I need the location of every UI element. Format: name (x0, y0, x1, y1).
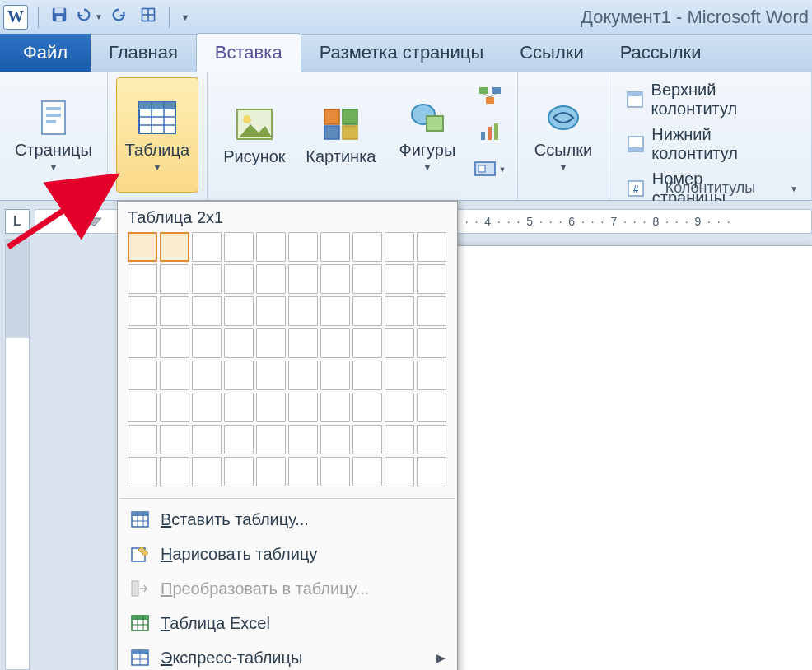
table-grid-cell[interactable] (352, 264, 382, 294)
table-grid-cell[interactable] (256, 425, 286, 454)
table-grid-cell[interactable] (192, 328, 222, 358)
table-button[interactable]: Таблица ▼ (116, 77, 198, 193)
quick-tables-item[interactable]: Экспресс-таблицы ▶ (118, 640, 457, 670)
table-grid-cell[interactable] (320, 393, 350, 422)
table-grid-cell[interactable] (256, 232, 286, 262)
table-grid-cell[interactable] (192, 296, 222, 326)
table-grid-cell[interactable] (352, 296, 382, 326)
word-app-icon[interactable]: W (3, 5, 28, 30)
table-grid-cell[interactable] (385, 328, 414, 358)
table-grid-cell[interactable] (128, 457, 157, 486)
header-button[interactable]: Верхний колонтитул (621, 77, 803, 122)
table-grid-cell[interactable] (385, 361, 414, 390)
table-grid-cell[interactable] (352, 393, 382, 422)
table-grid-cell[interactable] (417, 296, 446, 326)
table-grid-cell[interactable] (192, 361, 222, 390)
table-grid-cell[interactable] (352, 361, 382, 390)
undo-button[interactable]: ▼ (77, 5, 101, 30)
table-grid-cell[interactable] (224, 393, 254, 422)
table-grid-cell[interactable] (288, 457, 318, 486)
footer-button[interactable]: Нижний колонтитул (621, 122, 803, 166)
table-grid-cell[interactable] (320, 425, 350, 454)
table-grid-cell[interactable] (385, 425, 414, 454)
table-grid-cell[interactable] (256, 457, 286, 486)
ruler-corner[interactable]: L (5, 209, 30, 234)
table-grid-cell[interactable] (417, 393, 446, 422)
table-grid-cell[interactable] (417, 264, 446, 294)
save-button[interactable] (47, 5, 72, 30)
table-grid-cell[interactable] (288, 296, 318, 326)
table-size-grid[interactable] (118, 232, 457, 495)
smartart-button[interactable] (471, 81, 509, 114)
table-grid-cell[interactable] (288, 425, 318, 454)
table-grid-cell[interactable] (160, 361, 189, 390)
vertical-ruler[interactable] (5, 239, 30, 670)
table-grid-cell[interactable] (417, 232, 446, 262)
tab-home[interactable]: Главная (91, 34, 196, 72)
table-grid-cell[interactable] (160, 264, 189, 294)
table-grid-cell[interactable] (320, 264, 350, 294)
table-grid-cell[interactable] (160, 232, 189, 262)
table-grid-cell[interactable] (160, 393, 189, 422)
qat-customize-button[interactable]: ▼ (178, 5, 193, 30)
table-grid-cell[interactable] (352, 457, 382, 486)
table-grid-cell[interactable] (256, 264, 286, 294)
screenshot-button[interactable]: ▼ (471, 153, 509, 186)
table-grid-cell[interactable] (128, 264, 157, 294)
table-grid-cell[interactable] (224, 296, 254, 326)
table-grid-cell[interactable] (417, 328, 446, 358)
shapes-button[interactable]: Фигуры ▼ (389, 77, 466, 193)
draw-table-item[interactable]: Нарисовать таблицу (118, 537, 457, 571)
qat-extra-button[interactable] (136, 5, 161, 30)
table-grid-cell[interactable] (256, 328, 286, 358)
links-button[interactable]: Ссылки ▼ (526, 77, 600, 193)
table-grid-cell[interactable] (256, 393, 286, 422)
table-grid-cell[interactable] (417, 425, 446, 454)
tab-page-layout[interactable]: Разметка страницы (301, 34, 502, 72)
table-grid-cell[interactable] (256, 361, 286, 390)
pages-button[interactable]: Страницы ▼ (8, 77, 99, 193)
table-grid-cell[interactable] (128, 361, 157, 390)
table-grid-cell[interactable] (160, 328, 189, 358)
table-grid-cell[interactable] (224, 232, 254, 262)
excel-table-item[interactable]: Таблица Excel (118, 606, 457, 640)
table-grid-cell[interactable] (192, 393, 222, 422)
tab-file[interactable]: Файл (0, 34, 91, 72)
table-grid-cell[interactable] (320, 296, 350, 326)
insert-table-item[interactable]: Вставить таблицу... (118, 502, 457, 537)
redo-button[interactable] (106, 5, 131, 30)
table-grid-cell[interactable] (192, 264, 222, 294)
table-grid-cell[interactable] (320, 328, 350, 358)
tab-references[interactable]: Ссылки (502, 34, 601, 72)
table-grid-cell[interactable] (352, 232, 382, 262)
table-grid-cell[interactable] (417, 457, 446, 486)
chart-button[interactable] (471, 117, 509, 150)
table-grid-cell[interactable] (128, 296, 157, 326)
table-grid-cell[interactable] (385, 264, 414, 294)
table-grid-cell[interactable] (128, 232, 157, 262)
table-grid-cell[interactable] (320, 232, 350, 262)
table-grid-cell[interactable] (288, 232, 318, 262)
table-grid-cell[interactable] (224, 361, 254, 390)
tab-mailings[interactable]: Рассылки (602, 34, 720, 72)
table-grid-cell[interactable] (352, 328, 382, 358)
clipart-button[interactable]: Картинка (298, 77, 384, 193)
table-grid-cell[interactable] (288, 264, 318, 294)
table-grid-cell[interactable] (192, 457, 222, 486)
table-grid-cell[interactable] (320, 457, 350, 486)
table-grid-cell[interactable] (385, 232, 414, 262)
table-grid-cell[interactable] (128, 425, 157, 454)
table-grid-cell[interactable] (192, 232, 222, 262)
table-grid-cell[interactable] (256, 296, 286, 326)
table-grid-cell[interactable] (224, 328, 254, 358)
table-grid-cell[interactable] (385, 457, 414, 486)
table-grid-cell[interactable] (385, 393, 414, 422)
table-grid-cell[interactable] (385, 296, 414, 326)
table-grid-cell[interactable] (224, 457, 254, 486)
table-grid-cell[interactable] (160, 296, 189, 326)
table-grid-cell[interactable] (288, 328, 318, 358)
table-grid-cell[interactable] (160, 457, 189, 486)
table-grid-cell[interactable] (224, 264, 254, 294)
tab-insert[interactable]: Вставка (196, 33, 301, 72)
table-grid-cell[interactable] (128, 328, 157, 358)
